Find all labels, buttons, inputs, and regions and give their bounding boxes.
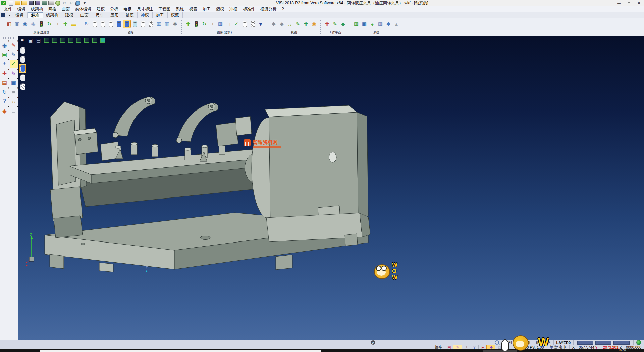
capture-icon[interactable]: □: [495, 345, 503, 349]
image-toggle-icon[interactable]: ±: [209, 20, 216, 28]
dashed-hidden-cylinder-icon[interactable]: [107, 20, 114, 28]
menu-item[interactable]: 塑模: [213, 6, 227, 12]
view-tools-icon[interactable]: ✱: [270, 20, 277, 28]
layers-palette-icon[interactable]: ▤: [1, 79, 9, 87]
layer-hidden-icon[interactable]: [19, 56, 26, 63]
menu-item[interactable]: 分析: [107, 6, 121, 12]
hammer-icon[interactable]: ✚: [462, 345, 470, 349]
active-layer[interactable]: LAYER0: [553, 340, 573, 345]
redo-icon[interactable]: ↻: [68, 0, 74, 6]
save-all-icon[interactable]: [41, 0, 47, 6]
layer-outline-icon[interactable]: [19, 74, 26, 81]
menu-item[interactable]: ?: [279, 6, 287, 12]
curve-sketch-icon[interactable]: ✎: [10, 50, 18, 58]
image-add-icon[interactable]: ✚: [184, 20, 192, 28]
tile-windows-icon[interactable]: ▦: [503, 345, 512, 349]
color-grid-icon[interactable]: ▦: [353, 20, 360, 28]
hidden-line-cylinder-icon[interactable]: [99, 20, 106, 28]
outline-cylinder-icon[interactable]: [139, 20, 147, 28]
ribbon-tab[interactable]: 冲模: [138, 12, 153, 18]
ribbon-tab[interactable]: 曲面: [77, 12, 92, 18]
status-field[interactable]: [595, 341, 611, 345]
zoom-scale-icon[interactable]: ±: [1, 60, 9, 68]
ribbon-tab[interactable]: 塑膜: [122, 12, 138, 18]
shaded-view-icon[interactable]: [100, 37, 106, 43]
search-cell[interactable]: [492, 340, 502, 345]
confirm-check-icon[interactable]: ✓: [10, 60, 18, 68]
layer-hatch-icon[interactable]: [19, 83, 26, 90]
solid-cube-icon[interactable]: ■: [10, 88, 18, 96]
shaded-edges-cylinder-icon[interactable]: [123, 20, 130, 28]
paint-attributes-icon[interactable]: ◆: [1, 107, 9, 115]
menu-item[interactable]: 网格: [46, 6, 59, 12]
move-triad-icon[interactable]: ✚: [1, 69, 9, 77]
refresh-visibility-icon[interactable]: ↻: [46, 20, 53, 28]
print-preview-icon[interactable]: [55, 0, 61, 6]
selection-box-icon[interactable]: ▣: [1, 50, 9, 58]
view-face-icon[interactable]: ◉: [310, 20, 318, 28]
copy-properties-icon[interactable]: ▣: [13, 20, 21, 28]
save-as-icon[interactable]: [35, 0, 41, 6]
verify-image-icon[interactable]: ✓: [233, 20, 240, 28]
view-orientation[interactable]: 绝对 XY 上视图: [502, 340, 533, 345]
image-cylinder-icon[interactable]: [241, 20, 248, 28]
refresh-view-icon[interactable]: ↻: [1, 88, 9, 96]
section-view-icon[interactable]: ▥: [163, 20, 171, 28]
workplane-edit-icon[interactable]: ✎: [331, 20, 339, 28]
display-settings-icon[interactable]: ✱: [171, 20, 179, 28]
notes-sheet-icon[interactable]: □: [10, 107, 18, 115]
menu-item[interactable]: 模流分析: [258, 6, 279, 12]
freehand-sketch-icon[interactable]: ✎: [10, 69, 18, 77]
right-view-icon[interactable]: [75, 37, 82, 43]
view-annotate-icon[interactable]: ✎: [294, 20, 302, 28]
menu-item[interactable]: 编辑: [15, 6, 28, 12]
menu-item[interactable]: 标准件: [240, 6, 258, 12]
view-cube-icon[interactable]: ◆: [278, 20, 285, 28]
bottom-view-icon[interactable]: [92, 37, 98, 43]
material-sphere-icon[interactable]: ●: [369, 20, 376, 28]
menu-item[interactable]: 尺寸标注: [134, 6, 156, 12]
hide-entities-icon[interactable]: ◉: [30, 20, 37, 28]
top-view-icon[interactable]: [84, 37, 90, 43]
ribbon-tab[interactable]: 加工: [153, 12, 168, 18]
minimize-button[interactable]: —: [614, 0, 624, 6]
status-field[interactable]: [577, 341, 593, 345]
tab-dropdown-icon[interactable]: ▾: [7, 14, 12, 17]
layer-shaded-icon[interactable]: [19, 65, 26, 72]
view-mode[interactable]: 绝对视图: [533, 340, 553, 345]
regenerate-icon[interactable]: ↻: [83, 20, 90, 28]
workplane-align-icon[interactable]: ◆: [339, 20, 347, 28]
image-refresh-icon[interactable]: ↻: [201, 20, 208, 28]
menu-item[interactable]: 实体编辑: [72, 6, 94, 12]
print-icon[interactable]: [48, 0, 54, 6]
window-view-icon[interactable]: ▣: [10, 79, 18, 87]
snap-box-icon[interactable]: ◆: [487, 345, 495, 349]
import-file-icon[interactable]: [21, 0, 27, 6]
export-part-icon[interactable]: ►: [478, 345, 487, 349]
open-file-icon[interactable]: [14, 0, 20, 6]
menu-item[interactable]: 加工: [200, 6, 213, 12]
snap-grid-icon[interactable]: ✱: [385, 20, 392, 28]
view-ruler-icon[interactable]: ↔: [286, 20, 293, 28]
ramp-icon[interactable]: ▲: [393, 20, 400, 28]
menu-item[interactable]: 视窗: [186, 6, 200, 12]
lock-toggle[interactable]: 拴牢: [432, 345, 445, 349]
context-help-icon[interactable]: ?: [470, 345, 478, 349]
hide-all-icon[interactable]: ▬: [70, 20, 77, 28]
menu-item[interactable]: 文件: [1, 6, 15, 12]
menu-item[interactable]: 电极: [121, 6, 134, 12]
menu-item[interactable]: 冲模: [227, 6, 240, 12]
viewport-list-icon[interactable]: ▤: [35, 37, 42, 43]
ribbon-tab[interactable]: 建模: [62, 12, 77, 18]
ribbon-tab[interactable]: 模流: [168, 12, 183, 18]
menu-item[interactable]: 建模: [94, 6, 107, 12]
back-view-icon[interactable]: [59, 37, 66, 43]
viewport-window-icon[interactable]: ▣: [27, 37, 34, 43]
maximize-button[interactable]: □: [624, 0, 634, 6]
ribbon-tab[interactable]: 尺寸: [92, 12, 107, 18]
view-axes-icon[interactable]: ✚: [302, 20, 310, 28]
new-file-icon[interactable]: [8, 0, 14, 6]
ribbon-tab[interactable]: 标准: [28, 12, 43, 18]
toolbar-grip[interactable]: [3, 37, 15, 39]
cylinder-group-icon[interactable]: ▦: [155, 20, 163, 28]
